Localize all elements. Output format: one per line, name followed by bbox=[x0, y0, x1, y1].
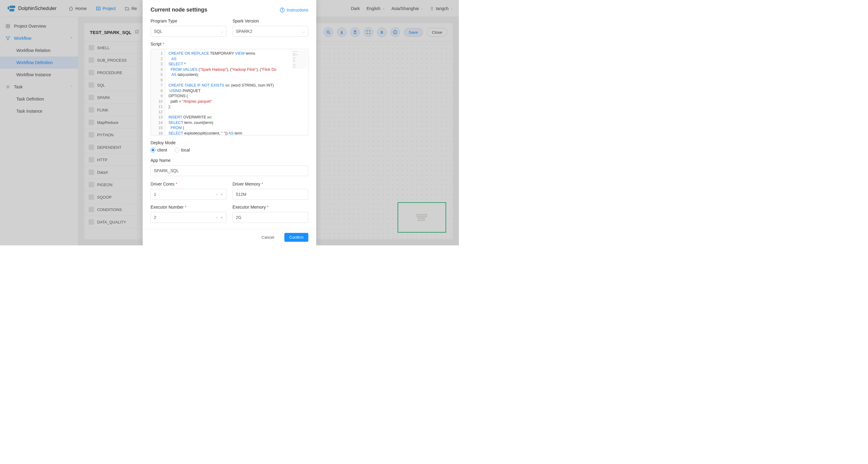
spark-version-select[interactable]: SPARK2⌄ bbox=[232, 26, 308, 37]
radio-on-icon bbox=[151, 148, 155, 152]
executor-number-label: Executor Number * bbox=[151, 205, 226, 209]
program-type-value: SQL bbox=[154, 29, 162, 34]
minus-icon[interactable]: − bbox=[216, 215, 218, 220]
driver-memory-label: Driver Memory * bbox=[232, 182, 308, 186]
modal-footer: Cancel Confirm bbox=[143, 229, 316, 245]
driver-cores-label: Driver Cores * bbox=[151, 182, 226, 186]
code-content[interactable]: CREATE OR REPLACE TEMPORARY VIEW terms A… bbox=[165, 49, 308, 135]
app-name-input[interactable]: SPARK_SQL bbox=[151, 165, 308, 176]
instructions-label: Instructions bbox=[286, 8, 308, 12]
confirm-button[interactable]: Confirm bbox=[284, 233, 308, 242]
chevron-down-icon: ⌄ bbox=[303, 30, 305, 33]
radio-label: client bbox=[157, 148, 167, 152]
executor-memory-value: 2G bbox=[236, 215, 242, 220]
spark-version-value: SPARK2 bbox=[236, 29, 252, 34]
chevron-down-icon: ⌄ bbox=[221, 30, 223, 33]
modal-body: Current node settings Instructions Progr… bbox=[143, 0, 316, 229]
deploy-mode-client[interactable]: client bbox=[151, 148, 167, 152]
executor-number-input[interactable]: 2−+ bbox=[151, 212, 226, 223]
cancel-button[interactable]: Cancel bbox=[257, 233, 279, 242]
deploy-mode-label: Deploy Mode bbox=[151, 140, 308, 145]
modal-header: Current node settings Instructions bbox=[151, 7, 308, 13]
executor-memory-label: Executor Memory * bbox=[232, 205, 308, 209]
modal-title: Current node settings bbox=[151, 7, 207, 13]
app-name-label: App Name bbox=[151, 158, 308, 163]
executor-number-value: 2 bbox=[154, 215, 156, 220]
plus-icon[interactable]: + bbox=[221, 215, 223, 220]
spark-version-label: Spark Version bbox=[232, 19, 308, 23]
code-minimap[interactable]: ▬▬▬ ▬▬▬▬▬ ▬▬▬▬▬▬▬▬▬▬▬▬▬▬▬▬▬▬▬▬▬▬▬▬▬▬▬▬▬▬… bbox=[292, 50, 307, 69]
script-editor[interactable]: 1234567891011121314151617 CREATE OR REPL… bbox=[151, 49, 308, 136]
instructions-link[interactable]: Instructions bbox=[280, 8, 308, 12]
radio-off-icon bbox=[175, 148, 179, 152]
node-settings-modal: Current node settings Instructions Progr… bbox=[143, 0, 316, 245]
executor-memory-input[interactable]: 2G bbox=[232, 212, 308, 223]
deploy-mode-radio-group: client local bbox=[151, 148, 308, 152]
driver-cores-input[interactable]: 1−+ bbox=[151, 189, 226, 200]
line-gutter: 1234567891011121314151617 bbox=[151, 49, 165, 135]
driver-memory-input[interactable]: 512M bbox=[232, 189, 308, 200]
svg-point-20 bbox=[282, 11, 283, 11]
minus-icon[interactable]: − bbox=[216, 192, 218, 197]
plus-icon[interactable]: + bbox=[221, 192, 223, 197]
deploy-mode-local[interactable]: local bbox=[175, 148, 190, 152]
script-label: Script * bbox=[151, 41, 308, 47]
driver-memory-value: 512M bbox=[236, 192, 246, 197]
program-type-select[interactable]: SQL⌄ bbox=[151, 26, 226, 37]
help-icon bbox=[280, 8, 285, 12]
radio-label: local bbox=[181, 148, 190, 152]
program-type-label: Program Type bbox=[151, 19, 226, 23]
driver-cores-value: 1 bbox=[154, 192, 156, 197]
app-name-value: SPARK_SQL bbox=[154, 168, 179, 173]
watermark: CSDN @勇敢牛牛在飞奔 bbox=[423, 240, 457, 244]
